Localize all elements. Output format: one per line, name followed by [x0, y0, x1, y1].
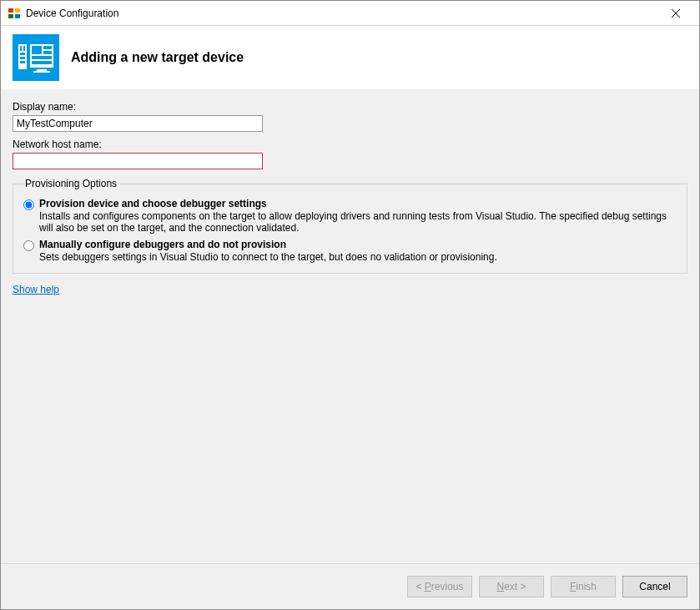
provision-radio-manual[interactable]: [23, 240, 34, 251]
next-button[interactable]: NNextext >: [479, 576, 544, 597]
svg-rect-3: [15, 14, 20, 18]
close-button[interactable]: [659, 2, 692, 25]
svg-rect-11: [32, 46, 42, 54]
svg-rect-2: [8, 14, 13, 18]
svg-rect-9: [20, 61, 25, 63]
provision-radio-auto[interactable]: [23, 199, 34, 210]
manual-option-desc: Sets debuggers settings in Visual Studio…: [39, 251, 497, 263]
svg-rect-0: [8, 8, 13, 13]
provision-option-desc: Installs and configures components on th…: [39, 210, 677, 234]
host-name-input[interactable]: [13, 153, 263, 169]
svg-rect-5: [20, 46, 22, 51]
titlebar: Device Configuration: [1, 1, 699, 26]
window-title: Device Configuration: [26, 8, 659, 19]
svg-rect-13: [43, 51, 52, 54]
svg-rect-12: [43, 46, 52, 49]
display-name-label: Display name:: [13, 101, 687, 113]
manual-option-label: Manually configure debuggers and do not …: [39, 239, 497, 250]
svg-rect-6: [23, 46, 25, 51]
wizard-content: Display name: Network host name: Provisi…: [1, 89, 699, 563]
host-name-label: Network host name:: [13, 139, 687, 150]
finish-button[interactable]: FFinishinish: [551, 576, 616, 597]
show-help-link[interactable]: Show help: [13, 284, 59, 295]
svg-rect-15: [32, 61, 52, 64]
device-config-icon: [13, 34, 59, 81]
app-icon: [8, 7, 21, 20]
wizard-title: Adding a new target device: [71, 50, 244, 65]
display-name-input[interactable]: [13, 115, 263, 132]
svg-rect-16: [37, 69, 47, 71]
wizard-header: Adding a new target device: [1, 26, 699, 89]
svg-rect-17: [33, 71, 50, 73]
cancel-button[interactable]: Cancel: [622, 576, 687, 597]
provision-option-row[interactable]: Provision device and choose debugger set…: [23, 198, 677, 234]
provisioning-legend: Provisioning Options: [23, 178, 118, 189]
previous-button[interactable]: < PPreviousrevious: [407, 576, 472, 597]
svg-rect-8: [20, 57, 25, 59]
wizard-footer: < PPreviousrevious NNextext > FFinishini…: [1, 563, 699, 609]
svg-rect-14: [32, 56, 52, 59]
provision-option-label: Provision device and choose debugger set…: [39, 198, 677, 209]
manual-option-row[interactable]: Manually configure debuggers and do not …: [23, 239, 677, 263]
svg-rect-1: [15, 8, 20, 13]
provisioning-options-group: Provisioning Options Provision device an…: [13, 178, 687, 274]
svg-rect-7: [20, 53, 25, 55]
